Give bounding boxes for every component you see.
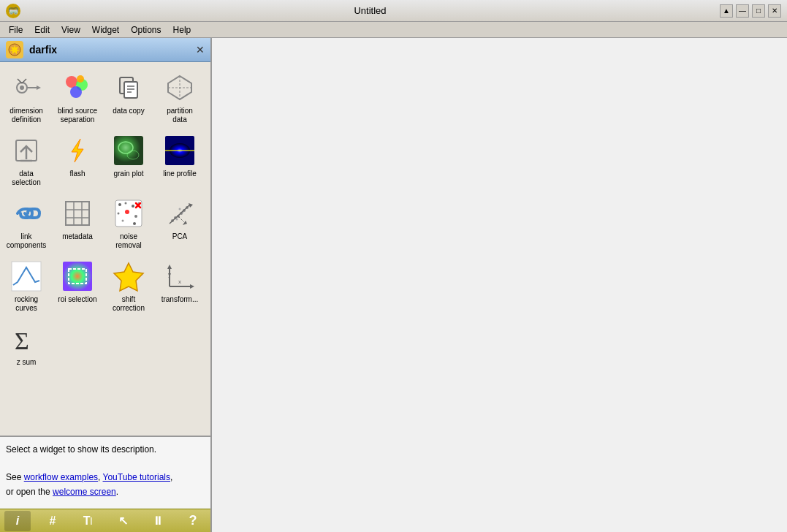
minimize-btn[interactable]: ▲ <box>720 4 733 18</box>
canvas-area <box>212 38 787 532</box>
widget-link-components[interactable]: linkcomponents <box>1 192 51 254</box>
widget-data-selection[interactable]: dataselection <box>1 129 51 191</box>
svg-point-31 <box>118 203 121 206</box>
menu-edit[interactable]: Edit <box>28 23 56 37</box>
widget-label-shift-correction: shiftcorrection <box>113 295 145 313</box>
widget-shift-correction[interactable]: shiftcorrection <box>104 255 153 316</box>
widget-icon-noise-removal <box>111 196 146 231</box>
svg-point-32 <box>125 202 127 205</box>
toolbar-text-btn[interactable]: T| <box>75 511 101 531</box>
widget-pca[interactable]: PCA <box>155 192 205 254</box>
maximize-btn[interactable]: □ <box>752 4 765 18</box>
toolbar-arrow-btn[interactable]: ↖ <box>110 511 136 531</box>
widget-icon-pca <box>162 196 197 231</box>
svg-marker-18 <box>72 139 83 162</box>
menu-file[interactable]: File <box>3 23 28 37</box>
panel-close-btn[interactable]: ✕ <box>196 44 205 56</box>
svg-rect-19 <box>114 136 143 165</box>
description-links: See workflow examples, YouTube tutorials… <box>6 471 205 498</box>
widget-label-blind-source-separation: blind sourceseparation <box>58 107 97 124</box>
svg-marker-58 <box>167 265 172 269</box>
widget-noise-removal[interactable]: noiseremoval <box>104 192 153 254</box>
widget-icon-partition-data <box>162 70 197 105</box>
widget-label-line-profile: line profile <box>163 170 197 178</box>
widget-icon-z-sum: Σ <box>9 322 44 357</box>
svg-marker-60 <box>190 284 194 289</box>
svg-rect-54 <box>63 262 92 291</box>
widget-icon-grain-plot <box>111 133 146 168</box>
toolbar-help-btn[interactable]: ? <box>180 511 206 531</box>
window-controls: ▲ — □ ✕ <box>720 4 781 18</box>
panel-header: darfix ✕ <box>0 38 210 62</box>
widget-label-z-sum: z sum <box>17 358 37 367</box>
welcome-screen-link[interactable]: welcome screen <box>53 487 116 497</box>
youtube-tutorials-link[interactable]: YouTube tutorials <box>103 472 171 482</box>
widget-roi-selection[interactable]: roi selection <box>53 255 102 316</box>
widget-transform[interactable]: x y transform... <box>155 255 205 316</box>
toolbar-grid-btn[interactable]: # <box>39 511 66 531</box>
widget-icon-roi-selection <box>60 259 95 294</box>
widget-icon-flash <box>60 133 95 168</box>
widget-label-rocking-curves: rockingcurves <box>15 295 38 313</box>
svg-point-38 <box>122 220 124 222</box>
widget-grain-plot[interactable]: grain plot <box>104 129 153 191</box>
workflow-examples-link[interactable]: workflow examples <box>24 472 98 482</box>
widget-rocking-curves[interactable]: rockingcurves <box>1 255 51 316</box>
svg-point-33 <box>132 205 134 208</box>
widget-label-grain-plot: grain plot <box>113 170 143 178</box>
widget-label-link-components: linkcomponents <box>7 232 46 250</box>
widget-label-partition-data: partitiondata <box>167 107 193 124</box>
svg-point-36 <box>125 210 129 214</box>
app-icon: 🥽 <box>6 4 20 18</box>
svg-marker-56 <box>114 263 143 291</box>
widget-data-copy[interactable]: data copy <box>104 66 153 128</box>
widget-icon-line-profile <box>162 133 197 168</box>
widget-icon-transform: x y <box>162 259 197 294</box>
window-title: Untitled <box>20 5 720 16</box>
widget-icon-link-components <box>9 196 44 231</box>
menu-options[interactable]: Options <box>125 23 167 37</box>
svg-point-35 <box>118 213 120 215</box>
svg-text:y: y <box>168 271 171 278</box>
description-links-prefix: See <box>6 472 24 482</box>
widget-icon-shift-correction <box>111 259 146 294</box>
menubar: File Edit View Widget Options Help <box>0 22 787 38</box>
menu-help[interactable]: Help <box>167 23 197 37</box>
titlebar: 🥽 Untitled ▲ — □ ✕ <box>0 0 787 22</box>
svg-point-4 <box>66 76 77 88</box>
left-panel: darfix ✕ dimensiondefinition <box>0 38 212 532</box>
widget-dimension-definition[interactable]: dimensiondefinition <box>1 66 51 128</box>
widget-grid: dimensiondefinition blind sourceseparati… <box>0 62 210 436</box>
widget-label-transform: transform... <box>161 295 199 304</box>
svg-rect-25 <box>66 202 89 225</box>
menu-view[interactable]: View <box>56 23 86 37</box>
svg-point-39 <box>133 222 136 225</box>
widget-blind-source-separation[interactable]: blind sourceseparation <box>53 66 102 128</box>
svg-point-6 <box>70 86 82 98</box>
widget-icon-blind-source-separation <box>60 70 95 105</box>
widget-label-roi-selection: roi selection <box>58 295 96 304</box>
svg-marker-52 <box>183 221 187 225</box>
close-btn[interactable]: ✕ <box>768 4 781 18</box>
svg-line-49 <box>170 205 190 224</box>
widget-metadata[interactable]: metadata <box>53 192 102 254</box>
svg-line-51 <box>178 216 184 222</box>
widget-z-sum[interactable]: Σ z sum <box>1 318 51 370</box>
widget-partition-data[interactable]: partitiondata <box>155 66 205 128</box>
restore-btn[interactable]: — <box>736 4 749 18</box>
widget-label-pca: PCA <box>172 232 188 241</box>
widget-icon-data-selection <box>9 133 44 168</box>
toolbar-pause-btn[interactable]: ⏸ <box>145 511 171 531</box>
svg-text:Σ: Σ <box>15 327 29 354</box>
panel-icon <box>6 41 23 58</box>
menu-widget[interactable]: Widget <box>86 23 125 37</box>
main-layout: darfix ✕ dimensiondefinition <box>0 38 787 532</box>
widget-label-data-copy: data copy <box>113 107 144 115</box>
widget-flash[interactable]: flash <box>53 129 102 191</box>
widget-label-dimension-definition: dimensiondefinition <box>9 107 43 124</box>
toolbar-info-btn[interactable]: i <box>4 511 31 531</box>
widget-line-profile[interactable]: line profile <box>155 129 205 191</box>
svg-point-7 <box>77 75 84 83</box>
bottom-toolbar: i # T| ↖ ⏸ ? <box>0 509 210 532</box>
svg-point-37 <box>134 215 137 218</box>
